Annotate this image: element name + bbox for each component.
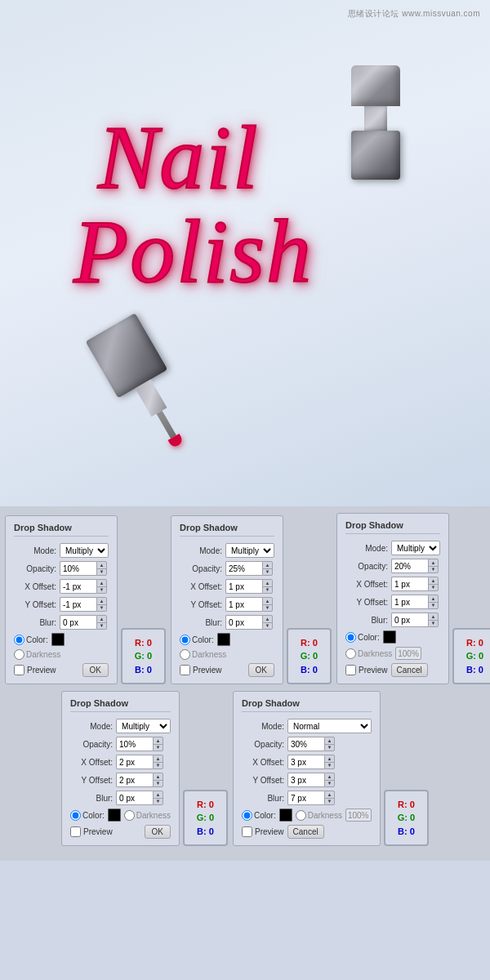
bottle-cap [351, 65, 400, 106]
color-swatch-1[interactable] [51, 633, 65, 646]
mode-label-3: Mode: [345, 544, 388, 553]
preview-check-3[interactable]: Preview [345, 665, 388, 675]
opacity-label-5: Opacity: [242, 740, 284, 749]
xoffset-spinner-2[interactable]: ▲▼ [262, 579, 273, 594]
mode-label-4: Mode: [70, 722, 113, 731]
darkness-radio-3[interactable]: Darkness [345, 648, 392, 659]
xoffset-label-5: X Offset: [242, 758, 284, 767]
preview-check-1[interactable]: Preview [14, 665, 56, 675]
xoffset-input-4[interactable]: 2 px [116, 755, 153, 769]
blur-input-1[interactable]: 0 px [60, 615, 96, 630]
blur-label-2: Blur: [180, 618, 222, 627]
nail-text-polish: Polish [74, 200, 313, 304]
drop-shadow-panel-4: Drop Shadow Mode: Multiply Opacity: 10% … [61, 691, 180, 846]
yoffset-input-1[interactable]: -1 px [60, 597, 96, 612]
blur-spinner-3[interactable]: ▲▼ [428, 612, 439, 627]
xoffset-spinner-5[interactable]: ▲▼ [324, 755, 335, 769]
opacity-label-4: Opacity: [70, 740, 113, 749]
darkness-input-5[interactable] [345, 808, 372, 822]
xoffset-spinner-4[interactable]: ▲▼ [153, 755, 163, 769]
yoffset-spinner-5[interactable]: ▲▼ [324, 773, 335, 787]
yoffset-spinner-4[interactable]: ▲▼ [153, 773, 163, 787]
opacity-input-2[interactable]: 25% [225, 561, 262, 576]
blur-spinner-2[interactable]: ▲▼ [262, 615, 273, 630]
panel-5-title: Drop Shadow [242, 698, 372, 712]
yoffset-spinner-2[interactable]: ▲▼ [262, 597, 273, 612]
darkness-radio-2[interactable]: Darkness [180, 649, 226, 660]
preview-check-4[interactable]: Preview [70, 826, 113, 837]
color-swatch-3[interactable] [383, 630, 396, 644]
blur-input-5[interactable]: 7 px [287, 791, 324, 805]
drop-shadow-panel-1: Drop Shadow Mode: Multiply Opacity: 10% … [5, 515, 118, 684]
blur-input-3[interactable]: 0 px [391, 612, 428, 627]
panel-4-wrapper: Drop Shadow Mode: Multiply Opacity: 10% … [61, 691, 228, 846]
blur-spinner-5[interactable]: ▲▼ [324, 791, 335, 805]
yoffset-spinner-1[interactable]: ▲▼ [96, 597, 107, 612]
color-radio-4[interactable]: Color: [70, 810, 105, 821]
blur-label-5: Blur: [242, 794, 284, 803]
blur-spinner-1[interactable]: ▲▼ [96, 615, 107, 630]
yoffset-spinner-3[interactable]: ▲▼ [428, 595, 439, 609]
mode-label-2: Mode: [180, 546, 222, 555]
color-radio-2[interactable]: Color: [180, 635, 214, 645]
opacity-input-5[interactable]: 30% [287, 737, 324, 751]
preview-check-2[interactable]: Preview [180, 665, 222, 675]
yoffset-input-3[interactable]: 1 px [391, 595, 428, 609]
cancel-button-3[interactable]: Cancel [391, 663, 428, 677]
drop-shadow-panel-5: Drop Shadow Mode: Normal Multiply Opacit… [233, 691, 381, 846]
xoffset-input-2[interactable]: 1 px [225, 579, 262, 594]
yoffset-label-5: Y Offset: [242, 776, 284, 785]
mode-select-3[interactable]: Multiply [391, 541, 440, 555]
blur-input-4[interactable]: 0 px [116, 791, 153, 805]
blur-spinner-4[interactable]: ▲▼ [153, 791, 163, 805]
bottle-neck-top [364, 106, 387, 131]
xoffset-label-1: X Offset: [14, 582, 56, 591]
mode-label-1: Mode: [14, 546, 56, 555]
color-radio-5[interactable]: Color: [242, 810, 276, 821]
opacity-input-3[interactable]: 20% [391, 559, 428, 573]
preview-check-5[interactable]: Preview [242, 826, 284, 837]
cancel-button-5[interactable]: Cancel [287, 825, 324, 839]
ok-button-4[interactable]: OK [145, 825, 171, 839]
panel-1-title: Drop Shadow [14, 523, 109, 537]
ok-button-2[interactable]: OK [248, 663, 274, 677]
ok-button-1[interactable]: OK [82, 663, 109, 677]
xoffset-spinner-3[interactable]: ▲▼ [428, 577, 439, 591]
darkness-radio-1[interactable]: Darkness [14, 649, 60, 660]
xoffset-label-3: X Offset: [345, 580, 388, 589]
opacity-input-4[interactable]: 10% [116, 737, 153, 751]
darkness-radio-5[interactable]: Darkness [296, 810, 342, 821]
yoffset-input-2[interactable]: 1 px [225, 597, 262, 612]
mode-select-2[interactable]: Multiply [225, 543, 274, 558]
opacity-input-1[interactable]: 10% [60, 561, 96, 576]
color-radio-3[interactable]: Color: [345, 632, 380, 643]
yoffset-input-4[interactable]: 2 px [116, 773, 153, 787]
opacity-spinner-3[interactable]: ▲▼ [428, 559, 439, 573]
color-swatch-4[interactable] [108, 808, 121, 822]
opacity-spinner-1[interactable]: ▲▼ [96, 561, 107, 576]
xoffset-input-5[interactable]: 3 px [287, 755, 324, 769]
darkness-radio-4[interactable]: Darkness [124, 810, 171, 821]
opacity-spinner-4[interactable]: ▲▼ [153, 737, 163, 751]
color-swatch-2[interactable] [217, 633, 230, 646]
opacity-spinner-2[interactable]: ▲▼ [262, 561, 273, 576]
blur-input-2[interactable]: 0 px [225, 615, 262, 630]
opacity-spinner-5[interactable]: ▲▼ [324, 737, 335, 751]
rgb-b-4: B: 0 [197, 825, 214, 839]
panel-4-title: Drop Shadow [70, 698, 171, 712]
panel-5-wrapper: Drop Shadow Mode: Normal Multiply Opacit… [233, 691, 429, 846]
xoffset-input-1[interactable]: -1 px [60, 579, 96, 594]
darkness-input-3[interactable] [395, 647, 421, 660]
mode-select-4[interactable]: Multiply [116, 719, 171, 733]
xoffset-label-4: X Offset: [70, 758, 113, 767]
color-radio-1[interactable]: Color: [14, 635, 48, 645]
mode-select-1[interactable]: Multiply [60, 543, 109, 558]
mode-select-5[interactable]: Normal Multiply [287, 719, 372, 733]
color-swatch-5[interactable] [279, 808, 292, 822]
xoffset-input-3[interactable]: 1 px [391, 577, 428, 591]
xoffset-spinner-1[interactable]: ▲▼ [96, 579, 107, 594]
yoffset-input-5[interactable]: 3 px [287, 773, 324, 787]
drop-shadow-panel-3: Drop Shadow Mode: Multiply Opacity: 20% … [336, 513, 449, 684]
bottle-bottom [78, 309, 207, 459]
rgb-b-3: B: 0 [466, 663, 483, 677]
